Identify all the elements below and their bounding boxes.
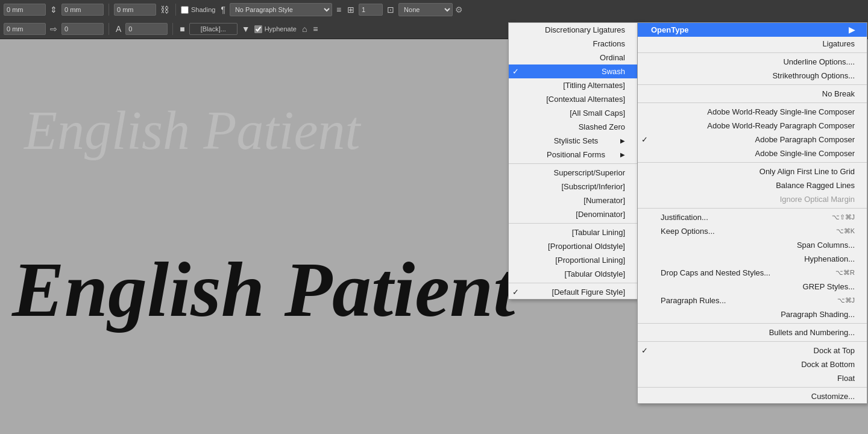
menu-item-bullets-numbering[interactable]: Bullets and Numbering...: [638, 326, 867, 339]
menu-item-subscript[interactable]: [Subscript/Inferior]: [509, 180, 637, 193]
menu-item-adobe-single-composer[interactable]: Adobe Single-line Composer: [638, 146, 867, 160]
menu-item-underline-options[interactable]: Underline Options....: [638, 55, 867, 69]
menu-item-default-figure-style[interactable]: ✓[Default Figure Style]: [509, 285, 637, 299]
char-icon[interactable]: A: [114, 24, 123, 34]
rsep-7: [638, 341, 867, 342]
h-input[interactable]: [125, 23, 168, 35]
menu-item-numerator[interactable]: [Numerator]: [509, 193, 637, 207]
menu-item-slashed-zero[interactable]: Slashed Zero: [509, 120, 637, 134]
sep2: [175, 4, 176, 16]
hyphenate-label: Hyphenate: [265, 25, 297, 33]
cols-icon2[interactable]: ⊡: [385, 5, 396, 14]
rsep-6: [638, 323, 867, 324]
menu-item-dock-top[interactable]: ✓Dock at Top: [638, 344, 867, 357]
menu-item-all-small-caps[interactable]: [All Small Caps]: [509, 106, 637, 120]
menu-item-strikethrough-options[interactable]: Strikethrough Options...: [638, 69, 867, 83]
rsep-8: [638, 387, 867, 388]
menu-item-proportional-oldstyle[interactable]: [Proportional Oldstyle]: [509, 239, 637, 253]
menu-item-customize[interactable]: Customize...: [638, 389, 867, 403]
language-icon[interactable]: ⌂: [300, 24, 309, 34]
canvas-text-dark: English Patient: [12, 244, 515, 335]
sep-3: [509, 283, 637, 283]
x-input[interactable]: [4, 4, 46, 16]
canvas-text-light: English Patient: [24, 99, 360, 162]
left-dropdown-menu: Discretionary Ligatures Fractions Ordina…: [508, 22, 638, 300]
rsep-5: [638, 208, 867, 209]
y-input[interactable]: [61, 4, 104, 16]
menu-item-fractions[interactable]: Fractions: [509, 37, 637, 51]
menu-item-stylistic-sets[interactable]: Stylistic Sets▶: [509, 134, 637, 148]
menu-item-contextual-alternates[interactable]: [Contextual Alternates]: [509, 92, 637, 106]
right-dropdown-menu: OpenType ▶ Ligatures Underline Options..…: [637, 22, 867, 404]
fill-color-btn[interactable]: [Black]...: [189, 23, 237, 35]
menu-item-world-ready-single[interactable]: Adobe World-Ready Single-line Composer: [638, 105, 867, 119]
menu-item-tabular-oldstyle[interactable]: [Tabular Oldstyle]: [509, 267, 637, 281]
menu-item-dock-bottom[interactable]: Dock at Bottom: [638, 357, 867, 371]
align-left-icon[interactable]: ≡: [335, 5, 343, 14]
arrow-down[interactable]: ▼: [240, 24, 252, 34]
menu-item-keep-options[interactable]: Keep Options...⌥⌘K: [638, 224, 867, 238]
text-flow-icon[interactable]: ¶: [219, 5, 227, 14]
rsep-1: [638, 52, 867, 53]
menu-item-justification[interactable]: Justification...⌥⇧⌘J: [638, 210, 867, 224]
menu-item-drop-caps[interactable]: Drop Caps and Nested Styles...⌥⌘R: [638, 266, 867, 280]
opentype-arrow: ▶: [849, 25, 855, 34]
columns-icon[interactable]: ⊞: [345, 5, 356, 14]
shading-label: Shading: [191, 6, 215, 13]
menu-item-float[interactable]: Float: [638, 371, 867, 385]
sep-1: [509, 163, 637, 164]
sep3: [108, 23, 109, 35]
menu-item-denominator[interactable]: [Denominator]: [509, 207, 637, 221]
menu-item-world-ready-para[interactable]: Adobe World-Ready Paragraph Composer: [638, 119, 867, 133]
menu-item-align-first[interactable]: Only Align First Line to Grid: [638, 165, 867, 178]
menu-item-grep-styles[interactable]: GREP Styles...: [638, 280, 867, 294]
shading-checkbox[interactable]: [181, 6, 189, 14]
hyphenate-checkbox[interactable]: [254, 25, 262, 33]
toolbar-row-1: ⇕ ⛓ Shading ¶ No Paragraph Style ≡ ⊞ ⊡ N…: [0, 0, 868, 19]
menu-item-titling-alternates[interactable]: [Titling Alternates]: [509, 78, 637, 92]
menu-item-positional-forms[interactable]: Positional Forms▶: [509, 148, 637, 162]
baseline-icon[interactable]: ⇨: [48, 24, 59, 34]
rsep-4: [638, 162, 867, 163]
menu-item-hyphenation[interactable]: Hyphenation...: [638, 252, 867, 266]
menu-item-balance-ragged[interactable]: Balance Ragged Lines: [638, 178, 867, 192]
menu-item-tabular-lining[interactable]: [Tabular Lining]: [509, 225, 637, 239]
rsep-3: [638, 102, 867, 103]
paragraph-style-select[interactable]: No Paragraph Style: [230, 3, 332, 16]
link-icon[interactable]: ⛓: [159, 5, 171, 14]
menu-item-swash[interactable]: ✓Swash: [509, 64, 637, 78]
menu-item-paragraph-shading[interactable]: Paragraph Shading...: [638, 307, 867, 321]
menu-item-ligatures[interactable]: Ligatures: [638, 37, 867, 51]
w-input[interactable]: [114, 4, 156, 16]
opentype-header[interactable]: OpenType ▶: [638, 23, 867, 37]
menu-item-ignore-optical[interactable]: Ignore Optical Margin: [638, 192, 867, 206]
menu-item-adobe-para-composer[interactable]: ✓Adobe Paragraph Composer: [638, 133, 867, 146]
paragraph2-icon[interactable]: ≡: [311, 24, 319, 34]
menu-item-ordinal[interactable]: Ordinal: [509, 51, 637, 64]
sep1: [108, 4, 109, 16]
cols-input[interactable]: [359, 4, 383, 16]
sep-2: [509, 223, 637, 224]
rsep-2: [638, 84, 867, 85]
none-select[interactable]: None: [398, 3, 453, 16]
gear-icon[interactable]: ⚙: [455, 5, 463, 14]
menu-item-span-columns[interactable]: Span Columns...: [638, 238, 867, 252]
y2-input[interactable]: [61, 23, 104, 35]
up-down-icon[interactable]: ⇕: [48, 5, 59, 14]
sep4: [172, 23, 173, 35]
menu-item-paragraph-rules[interactable]: Paragraph Rules...⌥⌘J: [638, 294, 867, 307]
menu-item-discretionary-ligatures[interactable]: Discretionary Ligatures: [509, 23, 637, 37]
fill-icon[interactable]: ■: [178, 24, 186, 34]
menu-item-superscript[interactable]: Superscript/Superior: [509, 166, 637, 180]
menu-item-proportional-lining[interactable]: [Proportional Lining]: [509, 253, 637, 267]
menu-item-no-break[interactable]: No Break: [638, 87, 867, 101]
x2-input[interactable]: [4, 23, 46, 35]
